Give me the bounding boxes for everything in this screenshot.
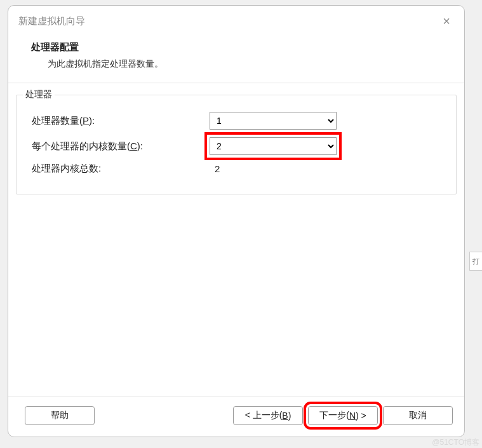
total-cores-label: 处理器内核总数: bbox=[32, 163, 210, 175]
watermark: @51CTO博客 bbox=[432, 437, 479, 448]
page-title: 处理器配置 bbox=[31, 41, 441, 53]
dialog-title: 新建虚拟机向导 bbox=[18, 15, 439, 27]
back-button[interactable]: < 上一步(B) bbox=[233, 406, 303, 425]
processor-count-label: 处理器数量(P): bbox=[32, 115, 210, 127]
close-icon[interactable]: × bbox=[439, 13, 454, 29]
total-cores-value: 2 bbox=[210, 163, 220, 174]
wizard-dialog: 新建虚拟机向导 × 处理器配置 为此虚拟机指定处理器数量。 处理器 处理器数量(… bbox=[8, 5, 465, 437]
footer: 帮助 < 上一步(B) 下一步(N) > 取消 bbox=[8, 397, 464, 437]
processor-count-row: 处理器数量(P): 1 bbox=[32, 112, 447, 130]
cores-per-processor-label: 每个处理器的内核数量(C): bbox=[32, 140, 210, 153]
cores-per-processor-row: 每个处理器的内核数量(C): 2 bbox=[32, 137, 447, 155]
body: 处理器 处理器数量(P): 1 每个处理器的内核数量(C): 2 bbox=[8, 83, 464, 397]
header: 处理器配置 为此虚拟机指定处理器数量。 bbox=[8, 36, 464, 83]
side-tab[interactable]: 打 bbox=[469, 252, 482, 271]
next-button[interactable]: 下一步(N) > bbox=[308, 406, 378, 425]
help-button[interactable]: 帮助 bbox=[25, 406, 95, 425]
group-legend: 处理器 bbox=[23, 89, 55, 100]
titlebar: 新建虚拟机向导 × bbox=[8, 6, 464, 36]
processors-group: 处理器 处理器数量(P): 1 每个处理器的内核数量(C): 2 bbox=[16, 95, 457, 194]
total-cores-row: 处理器内核总数: 2 bbox=[32, 163, 447, 175]
page-subtitle: 为此虚拟机指定处理器数量。 bbox=[31, 58, 441, 70]
cancel-button[interactable]: 取消 bbox=[383, 406, 453, 425]
cores-per-processor-select[interactable]: 2 bbox=[210, 137, 337, 155]
processor-count-select[interactable]: 1 bbox=[210, 112, 337, 130]
